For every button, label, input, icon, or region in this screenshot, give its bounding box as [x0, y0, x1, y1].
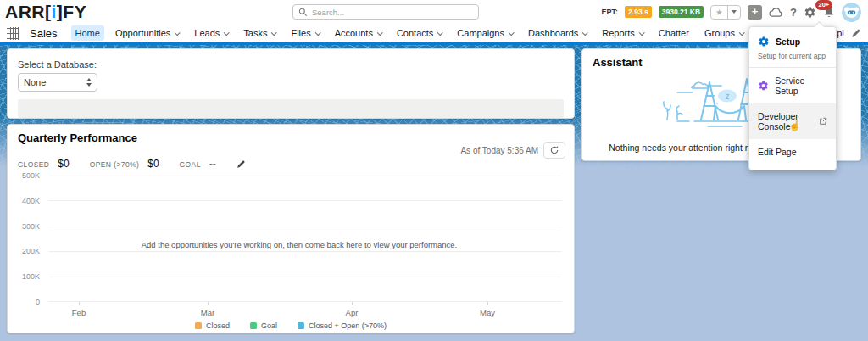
legend-swatch — [298, 322, 304, 329]
setup-dropdown-menu: Setup Setup for current app Service Setu… — [748, 26, 837, 170]
chevron-down-icon — [314, 30, 320, 36]
favorites-dropdown-button[interactable] — [727, 6, 740, 19]
tab-chatter[interactable]: Chatter — [654, 25, 693, 41]
tab-label: Opportunities — [115, 28, 170, 38]
stat-goal-value: -- — [209, 158, 216, 170]
chevron-down-icon — [582, 30, 588, 36]
tab-dashboards[interactable]: Dashboards — [524, 25, 591, 41]
tab-label: Dashboards — [528, 28, 578, 38]
favorite-star-icon[interactable]: ★ — [711, 6, 727, 19]
database-selector-card: Select a Database: None — [7, 48, 575, 119]
database-select-label: Select a Database: — [18, 59, 564, 70]
logo-text-end: ]FY — [57, 2, 86, 21]
global-header: ARR[i]FY EPT: 2.93 s 3930.21 KB ★ + ? — [0, 0, 868, 24]
tab-accounts[interactable]: Accounts — [331, 25, 386, 41]
app-launcher-icon[interactable] — [7, 27, 19, 40]
favorites-control: ★ — [710, 5, 741, 20]
x-axis-label: Mar — [201, 308, 214, 317]
stat-closed-value: $0 — [58, 158, 69, 170]
tab-label: Home — [75, 28, 100, 38]
page-content: Select a Database: None Quarterly Perfor… — [0, 45, 868, 341]
tab-groups[interactable]: Groups — [700, 25, 748, 41]
tab-label: Reports — [602, 28, 635, 38]
salesforce-home-screen: ARR[i]FY EPT: 2.93 s 3930.21 KB ★ + ? — [0, 0, 868, 341]
menu-item-label: Service Setup — [775, 75, 827, 96]
guidance-cloud-button[interactable] — [769, 7, 783, 18]
menu-item-label: Developer Console — [758, 111, 813, 131]
x-axis-label: Apr — [346, 308, 359, 317]
ept-label: EPT: — [602, 8, 619, 16]
help-button[interactable]: ? — [790, 6, 797, 19]
y-axis-tick: 300K — [16, 222, 48, 231]
menu-item-edit-page[interactable]: Edit Page — [749, 139, 836, 165]
gear-icon — [758, 36, 770, 48]
y-axis-tick: 0 — [16, 298, 48, 306]
nav-tabs: Home Opportunities Leads Tasks Files Acc… — [71, 25, 844, 41]
menu-item-developer-console[interactable]: Developer Console ☝ — [749, 103, 836, 139]
app-navigation-bar: Sales Home Opportunities Leads Tasks Fil… — [0, 24, 868, 45]
chevron-down-icon — [175, 30, 181, 36]
chart-empty-message: Add the opportunities you're working on,… — [42, 240, 557, 249]
quick-create-button[interactable]: + — [748, 5, 762, 20]
tab-contacts[interactable]: Contacts — [392, 25, 446, 41]
edit-navigation-button[interactable] — [851, 28, 861, 38]
performance-chart-grid: 500K 400K 300K 200K 100K 0 — [16, 176, 562, 302]
chevron-down-icon — [638, 30, 644, 36]
search-icon — [298, 8, 308, 17]
tab-label: Accounts — [335, 28, 373, 38]
chevron-down-icon — [509, 30, 515, 36]
stat-goal-label: GOAL — [180, 160, 201, 169]
x-axis-label: May — [480, 308, 495, 317]
current-app-name[interactable]: Sales — [30, 27, 58, 40]
global-search[interactable] — [292, 4, 479, 20]
legend-closed: Closed — [195, 321, 230, 330]
tab-label: Campaigns — [457, 28, 504, 38]
tab-home[interactable]: Home — [71, 25, 104, 41]
chevron-down-icon — [437, 30, 443, 36]
legend-goal: Goal — [250, 321, 277, 330]
setup-gear-button[interactable] — [804, 6, 816, 19]
ept-time-badge: 2.93 s — [625, 6, 652, 18]
user-avatar[interactable] — [842, 3, 861, 22]
x-axis-label: Feb — [72, 308, 86, 317]
svg-text:z: z — [726, 92, 730, 101]
avatar-robot-icon — [842, 3, 861, 22]
select-stepper-icon — [86, 78, 92, 87]
menu-item-label: Edit Page — [758, 147, 797, 157]
tab-label: Contacts — [397, 28, 433, 38]
empty-placeholder-bar — [18, 99, 564, 118]
as-of-group: As of Today 5:36 AM — [460, 142, 565, 159]
notifications-button[interactable]: 20+ — [823, 6, 835, 19]
tab-files[interactable]: Files — [287, 25, 323, 41]
cloud-icon — [769, 7, 783, 18]
header-actions: EPT: 2.93 s 3930.21 KB ★ + ? 20+ — [602, 3, 863, 22]
legend-swatch — [250, 322, 257, 329]
ept-size-badge: 3930.21 KB — [659, 6, 704, 18]
tab-reports[interactable]: Reports — [598, 25, 648, 41]
menu-item-label: Setup — [776, 36, 800, 47]
y-axis-tick: 100K — [16, 272, 48, 281]
tab-opportunities[interactable]: Opportunities — [111, 25, 183, 41]
tab-label: Groups — [704, 28, 735, 38]
tab-tasks[interactable]: Tasks — [239, 25, 280, 41]
refresh-button[interactable] — [543, 142, 565, 159]
chart-legend: Closed Goal Closed + Open (>70%) — [8, 321, 574, 330]
edit-goal-button[interactable] — [236, 159, 246, 169]
tab-label: Tasks — [243, 28, 267, 38]
menu-item-setup[interactable]: Setup — [749, 27, 836, 50]
tab-leads[interactable]: Leads — [190, 25, 232, 41]
tab-campaigns[interactable]: Campaigns — [453, 25, 517, 41]
y-axis-tick: 400K — [16, 197, 48, 205]
search-input[interactable] — [312, 8, 473, 17]
stat-open-label: OPEN (>70%) — [90, 160, 140, 169]
app-logo: ARR[i]FY — [5, 0, 86, 24]
tab-label: Leads — [194, 28, 220, 38]
pencil-icon — [851, 28, 861, 38]
pencil-icon — [236, 159, 246, 169]
quarterly-performance-card: Quarterly Performance As of Today 5:36 A… — [7, 124, 575, 333]
chevron-down-icon — [739, 30, 745, 36]
database-select[interactable]: None — [18, 73, 97, 92]
menu-item-service-setup[interactable]: Service Setup — [749, 68, 836, 103]
gear-icon — [804, 6, 816, 19]
tab-label: Chatter — [659, 28, 689, 38]
